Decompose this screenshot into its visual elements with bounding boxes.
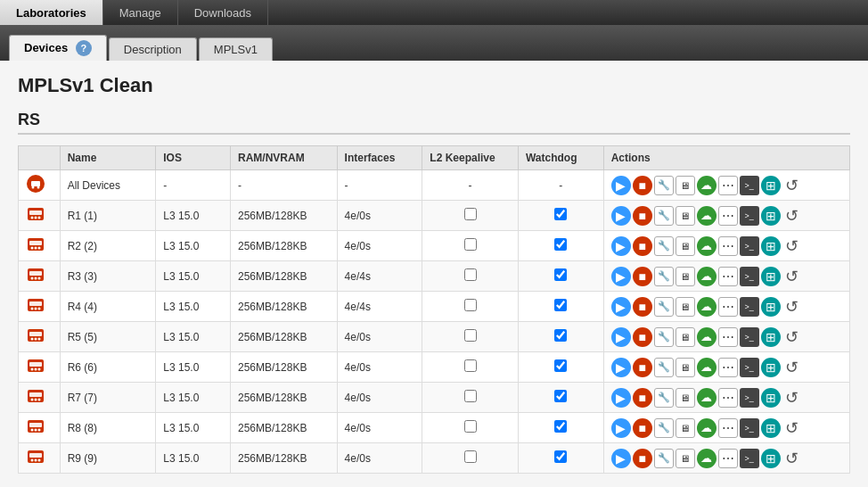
terminal-button[interactable]: >_ — [740, 449, 759, 468]
console-button[interactable]: 🖥 — [676, 358, 695, 377]
export-button[interactable]: ☁ — [697, 418, 717, 438]
start-button[interactable]: ▶ — [611, 176, 631, 195]
more-button[interactable]: ⋯ — [718, 388, 738, 408]
refresh-button[interactable]: ↺ — [782, 358, 802, 377]
refresh-button[interactable]: ↺ — [782, 327, 802, 347]
start-button[interactable]: ▶ — [611, 267, 631, 286]
network-button[interactable]: ⊞ — [761, 358, 781, 377]
device-l2keepalive[interactable] — [422, 383, 519, 413]
terminal-button[interactable]: >_ — [740, 236, 759, 256]
device-watchdog[interactable] — [518, 261, 603, 292]
l2-keepalive-checkbox[interactable] — [464, 390, 477, 402]
stop-button[interactable]: ■ — [633, 206, 652, 226]
console-button[interactable]: 🖥 — [676, 388, 695, 408]
console-button[interactable]: 🖥 — [676, 206, 695, 226]
config-button[interactable]: 🔧 — [654, 206, 674, 226]
refresh-button[interactable]: ↺ — [782, 449, 802, 468]
device-watchdog[interactable] — [518, 352, 603, 383]
watchdog-checkbox[interactable] — [554, 450, 567, 463]
start-button[interactable]: ▶ — [611, 327, 631, 347]
device-l2keepalive[interactable] — [422, 322, 519, 352]
l2-keepalive-checkbox[interactable] — [464, 299, 477, 311]
watchdog-checkbox[interactable] — [554, 359, 567, 372]
console-button[interactable]: 🖥 — [676, 418, 695, 438]
config-button[interactable]: 🔧 — [654, 327, 674, 347]
watchdog-checkbox[interactable] — [554, 238, 567, 251]
start-button[interactable]: ▶ — [611, 297, 631, 317]
refresh-button[interactable]: ↺ — [782, 206, 802, 226]
config-button[interactable]: 🔧 — [654, 267, 674, 286]
console-button[interactable]: 🖥 — [676, 176, 695, 195]
l2-keepalive-checkbox[interactable] — [464, 238, 477, 251]
console-button[interactable]: 🖥 — [676, 297, 695, 317]
l2-keepalive-checkbox[interactable] — [464, 420, 477, 433]
device-l2keepalive[interactable] — [422, 352, 519, 383]
stop-button[interactable]: ■ — [633, 236, 652, 256]
config-button[interactable]: 🔧 — [654, 358, 674, 377]
refresh-button[interactable]: ↺ — [782, 388, 802, 408]
terminal-button[interactable]: >_ — [740, 267, 759, 286]
nav-laboratories[interactable]: Laboratories — [0, 0, 103, 25]
console-button[interactable]: 🖥 — [676, 449, 695, 468]
more-button[interactable]: ⋯ — [718, 267, 738, 286]
stop-button[interactable]: ■ — [633, 388, 652, 408]
stop-button[interactable]: ■ — [633, 418, 652, 438]
device-l2keepalive[interactable] — [422, 443, 519, 474]
more-button[interactable]: ⋯ — [718, 206, 738, 226]
start-button[interactable]: ▶ — [611, 206, 631, 226]
start-button[interactable]: ▶ — [611, 388, 631, 408]
config-button[interactable]: 🔧 — [654, 388, 674, 408]
device-l2keepalive[interactable] — [422, 413, 519, 443]
nav-downloads[interactable]: Downloads — [178, 0, 268, 25]
device-watchdog[interactable] — [518, 322, 603, 352]
export-button[interactable]: ☁ — [697, 236, 717, 256]
nav-manage[interactable]: Manage — [103, 0, 178, 25]
device-watchdog[interactable] — [518, 231, 603, 261]
refresh-button[interactable]: ↺ — [782, 418, 802, 438]
l2-keepalive-checkbox[interactable] — [464, 329, 477, 342]
device-watchdog[interactable] — [518, 443, 603, 474]
network-button[interactable]: ⊞ — [761, 267, 781, 286]
refresh-button[interactable]: ↺ — [782, 297, 802, 317]
more-button[interactable]: ⋯ — [718, 358, 738, 377]
export-button[interactable]: ☁ — [697, 176, 717, 195]
config-button[interactable]: 🔧 — [654, 176, 674, 195]
terminal-button[interactable]: >_ — [740, 206, 759, 226]
export-button[interactable]: ☁ — [697, 327, 717, 347]
tab-description[interactable]: Description — [109, 37, 197, 61]
device-l2keepalive[interactable] — [422, 231, 519, 261]
watchdog-checkbox[interactable] — [554, 208, 567, 220]
terminal-button[interactable]: >_ — [740, 418, 759, 438]
network-button[interactable]: ⊞ — [761, 236, 781, 256]
console-button[interactable]: 🖥 — [676, 236, 695, 256]
network-button[interactable]: ⊞ — [761, 206, 781, 226]
device-l2keepalive[interactable] — [422, 261, 519, 292]
export-button[interactable]: ☁ — [697, 388, 717, 408]
stop-button[interactable]: ■ — [633, 297, 652, 317]
more-button[interactable]: ⋯ — [718, 297, 738, 317]
l2-keepalive-checkbox[interactable] — [464, 359, 477, 372]
network-button[interactable]: ⊞ — [761, 327, 781, 347]
watchdog-checkbox[interactable] — [554, 329, 567, 342]
export-button[interactable]: ☁ — [697, 206, 717, 226]
console-button[interactable]: 🖥 — [676, 267, 695, 286]
refresh-button[interactable]: ↺ — [782, 267, 802, 286]
more-button[interactable]: ⋯ — [718, 176, 738, 195]
device-watchdog[interactable] — [518, 292, 603, 322]
tab-devices[interactable]: Devices ? — [9, 35, 107, 61]
device-watchdog[interactable] — [518, 201, 603, 231]
start-button[interactable]: ▶ — [611, 449, 631, 468]
stop-button[interactable]: ■ — [633, 358, 652, 377]
tab-mplsv1[interactable]: MPLSv1 — [199, 37, 273, 61]
start-button[interactable]: ▶ — [611, 418, 631, 438]
l2-keepalive-checkbox[interactable] — [464, 450, 477, 463]
terminal-button[interactable]: >_ — [740, 297, 759, 317]
device-l2keepalive[interactable] — [422, 292, 519, 322]
stop-button[interactable]: ■ — [633, 449, 652, 468]
config-button[interactable]: 🔧 — [654, 449, 674, 468]
more-button[interactable]: ⋯ — [718, 236, 738, 256]
network-button[interactable]: ⊞ — [761, 176, 781, 195]
stop-button[interactable]: ■ — [633, 327, 652, 347]
refresh-button[interactable]: ↺ — [782, 176, 802, 195]
config-button[interactable]: 🔧 — [654, 418, 674, 438]
